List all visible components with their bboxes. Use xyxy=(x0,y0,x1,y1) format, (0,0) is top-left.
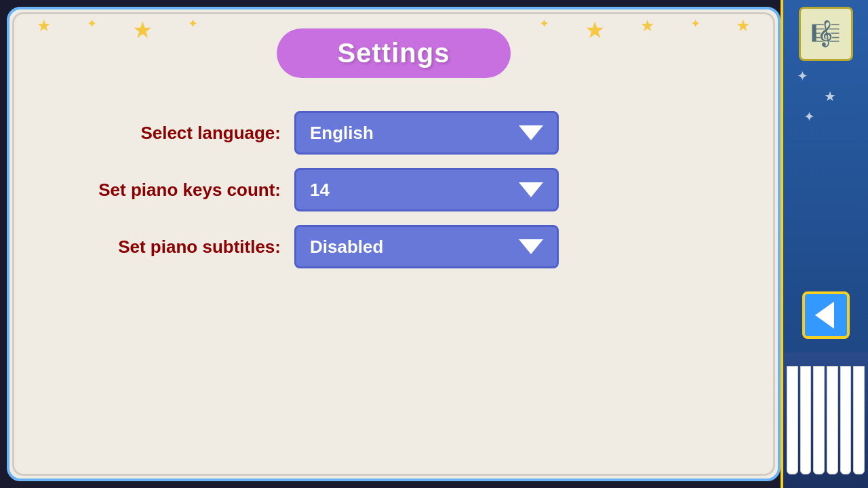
piano-keys-display xyxy=(783,352,868,488)
star-icon-4: ✦ xyxy=(188,16,198,43)
star-icon-5: ✦ xyxy=(539,16,549,43)
piano-keys-dropdown[interactable]: 14 xyxy=(294,168,559,211)
subtitles-value: Disabled xyxy=(310,237,383,258)
piano-key-1 xyxy=(787,366,798,474)
page-title: Settings xyxy=(338,38,450,68)
piano-keys-row: Set piano keys count: 14 xyxy=(50,168,737,211)
star-icon-2: ✦ xyxy=(87,16,97,43)
piano-keys-dropdown-arrow xyxy=(519,182,543,197)
settings-content: Select language: English Set piano keys … xyxy=(9,98,778,296)
star-icon-3: ★ xyxy=(132,16,153,43)
sidebar-star-3: ✦ xyxy=(804,108,815,125)
star-icon-1: ★ xyxy=(37,16,52,43)
piano-key-5 xyxy=(840,366,852,474)
language-dropdown[interactable]: English xyxy=(294,111,559,155)
subtitles-row: Set piano subtitles: Disabled xyxy=(50,225,737,268)
piano-key-6 xyxy=(853,366,865,474)
settings-panel: ★ ✦ ★ ✦ ✦ ★ ★ ✦ ★ Settings Select langua… xyxy=(7,7,781,481)
language-dropdown-arrow xyxy=(519,125,543,140)
title-oval: Settings xyxy=(277,28,511,78)
back-arrow-icon xyxy=(815,302,834,329)
star-icon-6: ★ xyxy=(585,16,605,43)
subtitles-dropdown-arrow xyxy=(519,239,543,254)
right-sidebar: 🎼 ✦ ★ ✦ xyxy=(781,0,868,488)
language-row: Select language: English xyxy=(50,111,737,155)
sidebar-star-1: ✦ xyxy=(797,68,808,84)
title-container: Settings xyxy=(277,28,511,78)
subtitles-dropdown[interactable]: Disabled xyxy=(294,225,559,268)
back-button[interactable] xyxy=(802,291,850,339)
subtitles-label: Set piano subtitles: xyxy=(50,237,281,258)
piano-key-2 xyxy=(800,366,812,474)
piano-keys-value: 14 xyxy=(310,180,330,201)
star-icon-9: ★ xyxy=(736,16,751,43)
sidebar-star-2: ★ xyxy=(824,88,836,104)
star-icon-7: ★ xyxy=(640,16,655,43)
language-label: Select language: xyxy=(50,123,281,144)
star-icon-8: ✦ xyxy=(690,16,701,43)
piano-key-3 xyxy=(813,366,825,474)
language-value: English xyxy=(310,123,374,144)
music-note-icon: 🎼 xyxy=(810,20,841,48)
music-icon-box[interactable]: 🎼 xyxy=(799,7,853,61)
piano-key-4 xyxy=(827,366,838,474)
piano-keys-label: Set piano keys count: xyxy=(50,180,281,201)
